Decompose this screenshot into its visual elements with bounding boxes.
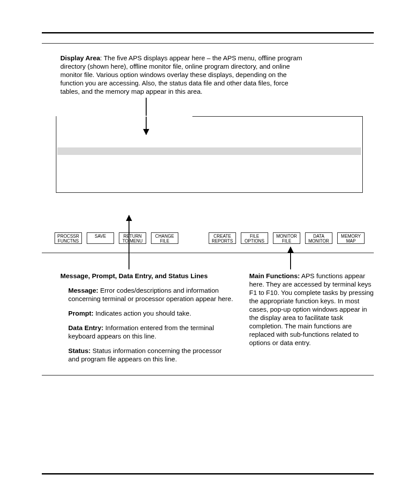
fkey-monitor-file[interactable]: MONITORFILE	[273, 232, 300, 244]
status-lines-heading: Message, Prompt, Data Entry, and Status …	[60, 272, 234, 280]
top-rule	[42, 32, 374, 33]
fkey-memory-map[interactable]: MEMORYMAP	[337, 232, 365, 244]
display-area-label: Display Area	[60, 54, 100, 62]
page: Display Area: The five APS displays appe…	[0, 0, 420, 504]
terminal-top-gap	[56, 116, 192, 117]
function-key-row: PROCSSRFUNCTNS SAVE RETURNTO MENU CHANGE…	[53, 232, 367, 246]
fkey-change-file[interactable]: CHANGEFILE	[151, 232, 178, 244]
terminal-highlight-row	[57, 147, 361, 155]
arrow-main-functions	[290, 247, 291, 269]
fkey-procssr-functns[interactable]: PROCSSRFUNCTNS	[55, 232, 82, 244]
main-functions-description: Main Functions: APS functions appear her…	[249, 272, 376, 347]
status-lines-description: Message, Prompt, Data Entry, and Status …	[60, 272, 234, 369]
fkey-return-to-menu[interactable]: RETURNTO MENU	[119, 232, 146, 244]
main-functions-label: Main Functions:	[249, 272, 300, 280]
fkey-save[interactable]: SAVE	[87, 232, 114, 244]
bottom-rule	[42, 473, 374, 475]
arrow-status-lines	[129, 215, 129, 269]
main-functions-text: APS functions appear here. They are acce…	[249, 272, 374, 346]
desc-message: Message: Error codes/descriptions and in…	[68, 286, 234, 303]
fkey-create-reports[interactable]: CREATEREPORTS	[209, 232, 236, 244]
desc-data-entry: Data Entry: Information entered from the…	[68, 324, 234, 340]
desc-status: Status: Status information concerning th…	[68, 346, 234, 363]
fkey-file-options[interactable]: FILEOPTIONS	[241, 232, 268, 244]
mid-rule	[42, 253, 374, 253]
desc-prompt: Prompt: Indicates action you should take…	[68, 309, 234, 317]
display-area-description: Display Area: The five APS displays appe…	[60, 54, 305, 96]
fkey-data-monitor[interactable]: DATAMONITOR	[305, 232, 332, 244]
